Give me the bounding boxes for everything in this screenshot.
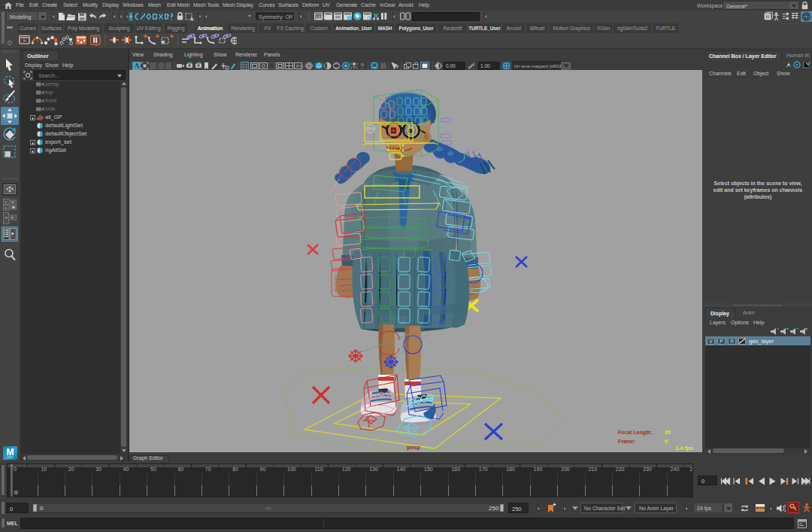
svg-text:1.00: 1.00 <box>480 63 490 68</box>
svg-text:+: + <box>5 205 8 210</box>
svg-text:+: + <box>5 215 8 220</box>
svg-text:+: + <box>5 199 8 204</box>
svg-text:persp: persp <box>407 445 420 451</box>
svg-text:1.4 fps: 1.4 fps <box>675 445 693 451</box>
svg-text:Focal Length:: Focal Length: <box>618 430 653 436</box>
svg-text:JPG: JPG <box>295 64 304 68</box>
svg-text:GEO: GEO <box>316 16 324 20</box>
svg-text:Frame:: Frame: <box>618 439 635 444</box>
svg-text:0.00: 0.00 <box>446 63 456 68</box>
svg-text:Un-tone-mapped (sRGB): Un-tone-mapped (sRGB) <box>514 64 565 68</box>
svg-text:35: 35 <box>665 430 671 435</box>
svg-text:IPR: IPR <box>335 16 341 20</box>
svg-text:0: 0 <box>665 439 668 444</box>
